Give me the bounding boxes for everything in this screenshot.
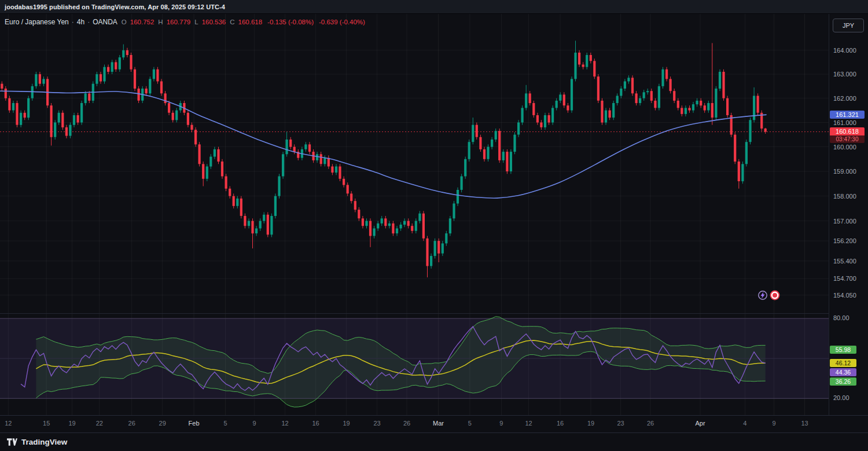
time-axis-label: 23 — [373, 420, 380, 427]
price-tick-label: 154.050 — [833, 292, 856, 299]
time-axis-label: 19 — [343, 420, 350, 427]
exchange-label: OANDA — [93, 18, 117, 26]
price-tick-label: 163.000 — [833, 71, 856, 78]
time-axis[interactable]: 121519222629Feb591216192326Mar5912161923… — [0, 415, 868, 432]
pane-floating-icons — [757, 290, 780, 300]
record-icon[interactable] — [770, 290, 780, 300]
indicator-tick-label: 80.00 — [833, 314, 849, 321]
change-absolute: -0.135 (-0.08%) — [267, 19, 314, 25]
time-axis-label: 12 — [281, 420, 288, 427]
indicator-tick-label: 20.00 — [833, 394, 849, 401]
time-axis-label: 16 — [312, 420, 319, 427]
low-value: 160.536 — [202, 19, 226, 25]
time-axis-label: 4 — [743, 420, 746, 427]
high-value: 160.779 — [167, 19, 191, 25]
bottom-bar: TradingView — [0, 432, 868, 451]
indicator-value-badge: 44.36 — [830, 368, 856, 376]
time-axis-label: 19 — [587, 420, 594, 427]
time-axis-label: 22 — [96, 420, 103, 427]
price-tick-label: 158.000 — [833, 193, 856, 200]
time-axis-label: 5 — [468, 420, 472, 427]
price-tick-label: 161.000 — [833, 119, 856, 126]
price-tick-label: 155.400 — [833, 258, 856, 265]
time-axis-label: 23 — [617, 420, 624, 427]
time-axis-label: 9 — [772, 420, 775, 427]
open-label: O — [122, 19, 127, 25]
symbol-name[interactable]: Euro / Japanese Yen — [5, 18, 69, 26]
time-axis-label: 12 — [5, 420, 12, 427]
low-label: L — [194, 19, 198, 25]
publish-info-bar: joodabas1995 published on TradingView.co… — [0, 0, 868, 14]
time-axis-label: 16 — [557, 420, 564, 427]
price-tick-label: 157.000 — [833, 218, 856, 225]
high-label: H — [158, 19, 163, 25]
last-price-badge: 160.618 03:47:30 — [830, 127, 865, 143]
close-label: C — [230, 19, 234, 25]
last-price-value: 160.618 — [830, 127, 865, 135]
price-pane[interactable]: Euro / Japanese Yen · 4h · OANDA O160.75… — [0, 14, 829, 313]
time-axis-label: Apr — [695, 420, 705, 427]
time-axis-label: 26 — [128, 420, 135, 427]
price-tick-label: 159.000 — [833, 168, 856, 175]
time-axis-label: 15 — [43, 420, 50, 427]
close-value: 160.618 — [238, 19, 263, 25]
candles-layer — [1, 41, 767, 277]
time-axis-label: 26 — [647, 420, 654, 427]
tradingview-logo-icon[interactable] — [7, 438, 17, 446]
symbol-legend: Euro / Japanese Yen · 4h · OANDA O160.75… — [5, 18, 365, 26]
time-axis-label: Feb — [189, 420, 200, 427]
price-tick-label: 156.200 — [833, 237, 856, 244]
currency-toggle-button[interactable]: JPY — [833, 19, 864, 32]
indicator-value-badge: 36.26 — [830, 377, 856, 386]
time-axis-label: 5 — [223, 420, 227, 427]
time-axis-label: 19 — [68, 420, 75, 427]
indicator-value-badge: 55.98 — [830, 346, 856, 354]
time-axis-label: 9 — [253, 420, 256, 427]
price-chart-canvas[interactable] — [0, 14, 829, 313]
tradingview-logo-text[interactable]: TradingView — [21, 438, 67, 446]
indicator-pane[interactable] — [0, 313, 829, 415]
price-axis[interactable]: JPY 164.000163.000162.000161.000160.0001… — [829, 14, 868, 415]
time-axis-label: 9 — [499, 420, 503, 427]
time-axis-label: 26 — [403, 420, 410, 427]
change-percent: -0.639 (-0.40%) — [319, 19, 365, 25]
legend-separator: · — [87, 18, 90, 26]
ma-price-badge: 161.321 — [830, 111, 865, 119]
indicator-value-badge: 46.12 — [830, 359, 856, 367]
publish-info-text: joodabas1995 published on TradingView.co… — [5, 3, 225, 10]
price-tick-label: 160.000 — [833, 144, 856, 151]
tradingview-snapshot: joodabas1995 published on TradingView.co… — [0, 0, 868, 451]
time-axis-label: 29 — [159, 420, 166, 427]
time-axis-label: Mar — [433, 420, 444, 427]
interval-label[interactable]: 4h — [77, 18, 84, 26]
indicator-canvas[interactable] — [0, 314, 829, 415]
grid-layer — [0, 14, 829, 313]
bar-countdown: 03:47:30 — [830, 135, 865, 143]
time-axis-label: 12 — [525, 420, 532, 427]
price-tick-label: 164.000 — [833, 47, 856, 54]
ma-line — [0, 91, 767, 198]
legend-separator: · — [72, 18, 74, 26]
flash-icon[interactable] — [757, 290, 768, 300]
time-axis-label: 13 — [801, 420, 808, 427]
open-value: 160.752 — [130, 19, 155, 25]
price-tick-label: 154.700 — [833, 275, 856, 282]
price-tick-label: 162.000 — [833, 95, 856, 102]
